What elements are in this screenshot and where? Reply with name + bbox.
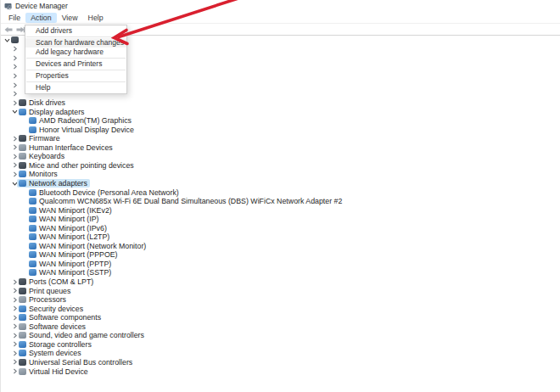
tree-item-keyboards[interactable]: Keyboards xyxy=(1,152,560,161)
chevron-right-icon[interactable] xyxy=(11,91,19,97)
tree-item-label: WAN Miniport (PPTP) xyxy=(39,260,111,268)
tree-item-universal-serial-bus-controllers[interactable]: Universal Serial Bus controllers xyxy=(1,358,560,367)
menu-item-scan-for-hardware-changes[interactable]: Scan for hardware changes xyxy=(25,38,126,48)
network-adapter-icon xyxy=(29,198,36,204)
tree-item-wan-miniport-ipv6[interactable]: WAN Miniport (IPv6) xyxy=(1,223,560,232)
tree-item-content: WAN Miniport (SSTP) xyxy=(27,268,114,277)
tree-item-label: System devices xyxy=(29,349,81,357)
tree-item-display-adapters[interactable]: Display adapters xyxy=(1,107,560,116)
menu-item-help[interactable]: Help xyxy=(25,83,126,92)
processor-icon xyxy=(19,296,26,303)
tree-item-content: Honor Virtual Display Device xyxy=(27,126,137,134)
tree-item-security-devices[interactable]: Security devices xyxy=(1,304,560,313)
tree-item-content: Ports (COM & LPT) xyxy=(17,277,96,286)
tree-item-label: WAN Miniport (PPPOE) xyxy=(39,250,118,259)
tree-item-qualcomm-wcn685x-wi-fi-6e-dual-band-simultaneous-dbs-wificx-network-adapter-2[interactable]: Qualcomm WCN685x Wi-Fi 6E Dual Band Simu… xyxy=(1,197,560,206)
tree-item-label: Universal Serial Bus controllers xyxy=(29,358,132,367)
window-title: Device Manager xyxy=(15,2,68,10)
tree-item-content: Security devices xyxy=(17,305,86,313)
tree-item-wan-miniport-ikev2[interactable]: WAN Miniport (IKEv2) xyxy=(1,205,560,215)
menu-item-add-legacy-hardware[interactable]: Add legacy hardware xyxy=(25,48,126,57)
monitor-icon xyxy=(19,171,26,177)
menu-action[interactable]: Action xyxy=(25,13,56,23)
tree-item-label: Bluetooth Device (Personal Area Network) xyxy=(39,188,179,197)
device-manager-window: { "window": { "title": "Device Manager" … xyxy=(0,0,560,392)
display-adapter-icon xyxy=(29,117,36,124)
chevron-right-icon[interactable] xyxy=(11,64,19,70)
tree-item-label: Keyboards xyxy=(29,152,64,160)
keyboard-icon xyxy=(19,153,26,160)
chevron-right-icon[interactable] xyxy=(11,55,19,61)
tree-item-human-interface-devices[interactable]: Human Interface Devices xyxy=(1,143,560,153)
menu-bar: FileActionViewHelp xyxy=(1,12,560,24)
tree-item-content: WAN Miniport (L2TP) xyxy=(27,232,112,241)
tree-item-bluetooth-device-personal-area-network[interactable]: Bluetooth Device (Personal Area Network) xyxy=(1,188,560,197)
tree-item-content: WAN Miniport (IP) xyxy=(27,215,102,223)
tree-item-software-devices[interactable]: Software devices xyxy=(1,322,560,332)
tree-item-system-devices[interactable]: System devices xyxy=(1,349,560,358)
network-adapter-icon xyxy=(29,225,36,232)
tree-item-label: Network adapters xyxy=(29,179,87,188)
tree-item-storage-controllers[interactable]: Storage controllers xyxy=(1,340,560,350)
menu-help[interactable]: Help xyxy=(83,13,109,23)
tree-item-label: Disk drives xyxy=(29,98,65,107)
tree-item-firmware[interactable]: Firmware xyxy=(1,134,560,143)
tree-item-wan-miniport-ip[interactable]: WAN Miniport (IP) xyxy=(1,215,560,224)
back-button[interactable] xyxy=(3,25,13,33)
network-adapter-icon xyxy=(29,269,36,276)
tree-item-monitors[interactable]: Monitors xyxy=(1,170,560,179)
tree-item-wan-miniport-sstp[interactable]: WAN Miniport (SSTP) xyxy=(1,268,560,277)
tree-item-processors[interactable]: Processors xyxy=(1,295,560,305)
chevron-right-icon[interactable] xyxy=(11,73,19,79)
menu-file[interactable]: File xyxy=(3,13,25,23)
tree-item-label: Ports (COM & LPT) xyxy=(29,277,93,286)
tree-item-ports-com-lpt[interactable]: Ports (COM & LPT) xyxy=(1,277,560,287)
tree-item-wan-miniport-pppoe[interactable]: WAN Miniport (PPPOE) xyxy=(1,250,560,260)
chevron-right-icon[interactable] xyxy=(11,46,19,52)
menu-item-add-drivers[interactable]: Add drivers xyxy=(25,26,126,36)
tree-item-software-components[interactable]: Software components xyxy=(1,313,560,322)
network-adapter-icon xyxy=(29,260,36,267)
tree-item-label: Honor Virtual Display Device xyxy=(39,126,134,134)
tree-item-honor-virtual-display-device[interactable]: Honor Virtual Display Device xyxy=(1,125,560,134)
tree-item-wan-miniport-pptp[interactable]: WAN Miniport (PPTP) xyxy=(1,260,560,269)
menu-item-properties[interactable]: Properties xyxy=(25,71,126,81)
tree-item-amd-radeon-tm-graphics[interactable]: AMD Radeon(TM) Graphics xyxy=(1,116,560,126)
tree-item-label: WAN Miniport (IKEv2) xyxy=(39,206,112,215)
mouse-icon xyxy=(19,162,26,169)
network-adapter-icon xyxy=(29,233,36,240)
system-device-icon xyxy=(19,350,26,356)
tree-item-content xyxy=(9,36,24,44)
virtual-hid-icon xyxy=(19,368,26,375)
tree-item-content: Processors xyxy=(17,295,69,304)
tree-item-label: AMD Radeon(TM) Graphics xyxy=(39,116,132,125)
chevron-right-icon[interactable] xyxy=(11,82,19,88)
tree-item-disk-drives[interactable]: Disk drives xyxy=(1,98,560,108)
tree-item-label: WAN Miniport (Network Monitor) xyxy=(39,242,146,250)
tree-item-sound-video-and-game-controllers[interactable]: Sound, video and game controllers xyxy=(1,331,560,340)
forward-button[interactable] xyxy=(15,25,25,33)
network-adapter-icon xyxy=(29,243,36,249)
tree-item-label: Security devices xyxy=(29,305,83,313)
tree-item-mice-and-other-pointing-devices[interactable]: Mice and other pointing devices xyxy=(1,161,560,171)
back-arrow-icon xyxy=(4,26,13,33)
tree-item-label: Qualcomm WCN685x Wi-Fi 6E Dual Band Simu… xyxy=(39,197,342,205)
tree-item-content: Display adapters xyxy=(17,108,87,116)
menu-view[interactable]: View xyxy=(57,13,83,23)
action-menu: Add driversScan for hardware changesAdd … xyxy=(25,25,127,94)
tree-item-label: WAN Miniport (SSTP) xyxy=(39,268,111,277)
tree-item-virtual-hid-device[interactable]: Virtual Hid Device xyxy=(1,367,560,376)
printer-icon xyxy=(19,288,26,294)
tree-item-label: Sound, video and game controllers xyxy=(29,331,144,339)
network-adapter-icon xyxy=(29,251,36,258)
tree-item-content: Sound, video and game controllers xyxy=(17,331,147,339)
tree-item-label: Monitors xyxy=(29,170,58,178)
tree-item-print-queues[interactable]: Print queues xyxy=(1,286,560,295)
menu-item-devices-and-printers[interactable]: Devices and Printers xyxy=(25,59,126,69)
tree-item-label: Storage controllers xyxy=(29,340,92,349)
tree-item-content: WAN Miniport (Network Monitor) xyxy=(27,242,148,250)
tree-item-wan-miniport-network-monitor[interactable]: WAN Miniport (Network Monitor) xyxy=(1,242,560,251)
tree-item-network-adapters[interactable]: Network adapters xyxy=(1,179,560,188)
disk-drive-icon xyxy=(19,99,26,106)
tree-item-wan-miniport-l2tp[interactable]: WAN Miniport (L2TP) xyxy=(1,232,560,242)
